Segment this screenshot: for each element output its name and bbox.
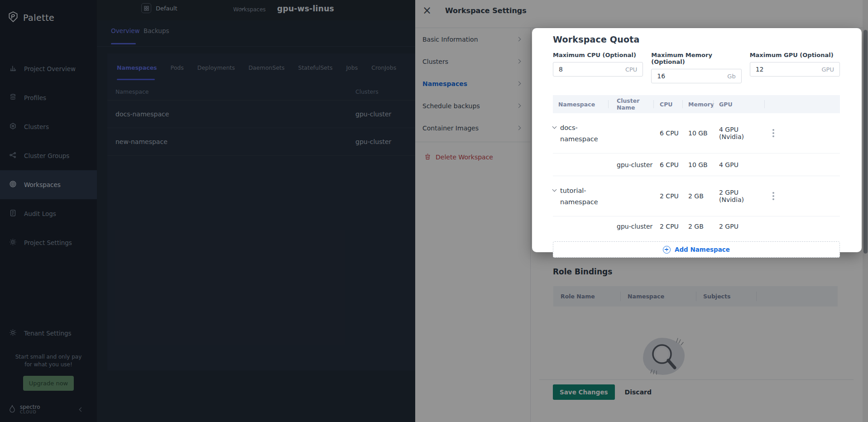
gpu-value: 2 GPU — [713, 223, 764, 230]
row-menu-icon[interactable] — [772, 132, 774, 134]
quota-input[interactable]: 16Gb — [651, 69, 741, 83]
gpu-value: 2 GPU (Nvidia) — [713, 189, 764, 203]
gpu-value: 4 GPU (Nvidia) — [713, 126, 764, 140]
quota-namespace-row: tutorial-namespace2 CPU2 GB2 GPU (Nvidia… — [553, 176, 840, 216]
column-header-cpu: CPU — [653, 95, 682, 113]
column-header-memory: Memory — [682, 95, 713, 113]
namespace-name: docs-namespace — [560, 122, 599, 145]
quota-heading: Workspace Quota — [553, 34, 840, 44]
input-unit-suffix: CPU — [625, 66, 637, 73]
input-value: 12 — [756, 66, 822, 73]
input-value: 8 — [559, 66, 625, 73]
screen: Default Workspaces gpu-ws-linus Overview… — [0, 0, 868, 422]
quota-field-maximum-cpu-optional: Maximum CPU (Optional)8CPU — [553, 52, 643, 83]
memory-value: 2 GB — [682, 192, 713, 200]
cpu-value: 2 CPU — [653, 223, 682, 230]
field-label: Maximum GPU (Optional) — [750, 52, 840, 58]
quota-namespace-row: docs-namespace6 CPU10 GB4 GPU (Nvidia) — [553, 113, 840, 153]
add-namespace-button[interactable]: Add Namespace — [553, 241, 840, 258]
quota-cluster-row: gpu-cluster6 CPU10 GB4 GPU — [553, 153, 840, 176]
plus-circle-icon — [663, 246, 671, 254]
quota-cluster-row: gpu-cluster2 CPU2 GB2 GPU — [553, 216, 840, 236]
column-header-actions — [764, 95, 840, 113]
cluster-name: gpu-cluster — [608, 223, 653, 230]
memory-value: 10 GB — [682, 161, 713, 168]
column-header-namespace: Namespace — [553, 95, 608, 113]
quota-fields: Maximum CPU (Optional)8CPUMaximum Memory… — [553, 52, 840, 83]
column-header-gpu: GPU — [713, 95, 764, 113]
cpu-value: 6 CPU — [653, 161, 682, 168]
chevron-down-icon[interactable] — [552, 125, 557, 129]
workspace-quota-card: Workspace Quota Maximum CPU (Optional)8C… — [532, 28, 862, 252]
quota-table-header: NamespaceCluster NameCPUMemoryGPU — [553, 95, 840, 113]
namespace-name: tutorial-namespace — [560, 185, 599, 208]
field-label: Maximum Memory (Optional) — [651, 52, 741, 65]
quota-field-maximum-gpu-optional: Maximum GPU (Optional)12GPU — [750, 52, 840, 83]
field-label: Maximum CPU (Optional) — [553, 52, 643, 58]
cluster-name: gpu-cluster — [608, 161, 653, 168]
quota-table: NamespaceCluster NameCPUMemoryGPU docs-n… — [553, 95, 840, 236]
input-value: 16 — [657, 72, 727, 80]
quota-field-maximum-memory-optional: Maximum Memory (Optional)16Gb — [651, 52, 741, 83]
memory-value: 2 GB — [682, 223, 713, 230]
memory-value: 10 GB — [682, 129, 713, 137]
cpu-value: 6 CPU — [653, 129, 682, 137]
input-unit-suffix: Gb — [727, 73, 735, 80]
quota-input[interactable]: 12GPU — [750, 62, 840, 77]
chevron-down-icon[interactable] — [552, 187, 557, 192]
column-header-cluster-name: Cluster Name — [608, 95, 653, 113]
gpu-value: 4 GPU — [713, 161, 764, 168]
cpu-value: 2 CPU — [653, 192, 682, 200]
input-unit-suffix: GPU — [822, 66, 834, 73]
row-menu-icon[interactable] — [772, 195, 774, 197]
quota-input[interactable]: 8CPU — [553, 62, 643, 77]
